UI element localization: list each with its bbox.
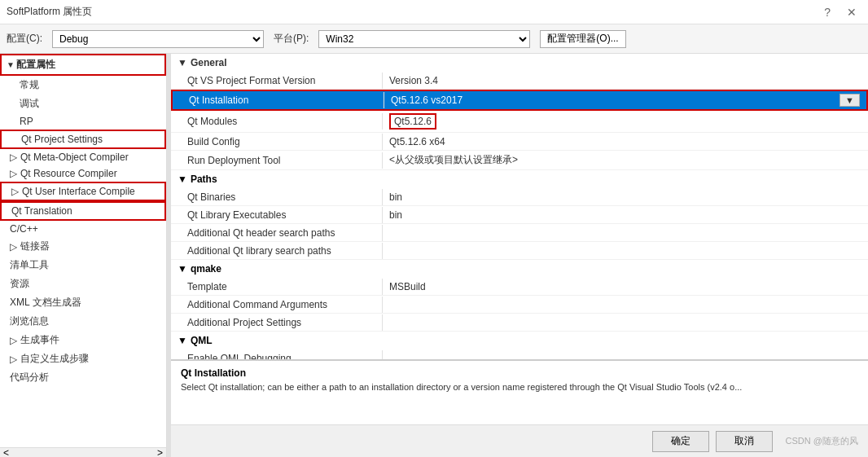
titlebar-title: SoftPlatform 属性页 (7, 5, 92, 19)
sidebar-item-label: Qt Project Settings (21, 134, 103, 145)
footer: 确定 取消 CSDN @随意的风 (171, 424, 868, 457)
prop-value-qt-installation: Qt5.12.6 vs2017 ▼ (384, 91, 866, 109)
description-area: Qt Installation Select Qt installation; … (171, 359, 868, 424)
sidebar-item-general[interactable]: 常规 (0, 76, 166, 94)
sidebar-item-resources[interactable]: 资源 (0, 275, 166, 293)
chevron-right-icon: ▷ (10, 152, 17, 163)
prop-row-qt-binaries: Qt Binaries bin (171, 188, 868, 206)
sidebar-item-qt-project-settings[interactable]: Qt Project Settings (0, 130, 166, 149)
help-button[interactable]: ? (819, 4, 835, 20)
prop-name-qt-lib-exec: Qt Library Executables (171, 207, 383, 223)
prop-row-qt-modules: Qt Modules Qt5.12.6 (171, 111, 868, 133)
sidebar-item-linker[interactable]: ▷ 链接器 (0, 237, 166, 256)
sidebar-item-browse[interactable]: 浏览信息 (0, 312, 166, 331)
prop-name-format-version: Qt VS Project Format Version (171, 73, 383, 89)
sidebar-item-label: 调试 (20, 97, 39, 111)
prop-name-qt-installation: Qt Installation (173, 92, 384, 108)
chevron-down-icon: ▼ (178, 335, 187, 346)
sidebar-item-label: 资源 (10, 277, 29, 291)
prop-name-qt-lib-paths: Additional Qt library search paths (171, 243, 383, 259)
chevron-right-icon: ▷ (11, 186, 19, 197)
properties-area: ▼ General Qt VS Project Format Version V… (171, 54, 868, 359)
section-qml[interactable]: ▼ QML (171, 332, 868, 349)
sidebar-group-label: 配置属性 (16, 58, 55, 72)
prop-row-qt-lib-paths: Additional Qt library search paths (171, 242, 868, 260)
qt-installation-value: Qt5.12.6 vs2017 (391, 94, 462, 106)
prop-name-run-deployment: Run Deployment Tool (171, 152, 383, 169)
prop-value-cmd-args (383, 302, 868, 307)
ok-button[interactable]: 确定 (652, 431, 709, 452)
prop-row-build-config: Build Config Qt5.12.6 x64 (171, 133, 868, 151)
sidebar-group-config-properties[interactable]: ▼ 配置属性 (0, 54, 166, 76)
config-label: 配置(C): (7, 32, 42, 46)
sidebar-item-qt-resource[interactable]: ▷ Qt Resource Compiler (0, 165, 166, 182)
section-paths[interactable]: ▼ Paths (171, 170, 868, 188)
sidebar-item-code-analysis[interactable]: 代码分析 (0, 368, 166, 387)
prop-value-qt-modules[interactable]: Qt5.12.6 (383, 111, 868, 132)
prop-name-qt-header-paths: Additional Qt header search paths (171, 225, 383, 241)
content-area: ▼ General Qt VS Project Format Version V… (171, 54, 868, 457)
sidebar-scrollbar: < > (0, 447, 166, 457)
chevron-right-icon: ▷ (10, 168, 17, 179)
chevron-down-icon: ▼ (178, 263, 187, 275)
scroll-left-btn[interactable]: < (3, 447, 9, 458)
scroll-right-btn[interactable]: > (157, 447, 163, 458)
sidebar-item-cpp[interactable]: C/C++ (0, 221, 166, 237)
section-paths-label: Paths (191, 174, 217, 185)
qt-modules-input[interactable]: Qt5.12.6 (389, 113, 436, 130)
prop-value-qt-header-paths (383, 231, 868, 235)
prop-row-qt-installation[interactable]: Qt Installation Qt5.12.6 vs2017 ▼ (171, 90, 868, 111)
config-select[interactable]: Debug (52, 30, 264, 48)
platform-select[interactable]: Win32 (318, 30, 530, 48)
sidebar-item-debug[interactable]: 调试 (0, 94, 166, 113)
sidebar-item-qt-meta[interactable]: ▷ Qt Meta-Object Compiler (0, 149, 166, 165)
scroll-nav: < > (0, 447, 166, 458)
watermark: CSDN @随意的风 (786, 435, 858, 447)
prop-value-qt-lib-exec: bin (383, 207, 868, 223)
toolbar: 配置(C): Debug 平台(P): Win32 配置管理器(O)... (0, 24, 868, 54)
cancel-button[interactable]: 取消 (716, 431, 773, 452)
sidebar-item-label: 常规 (20, 78, 39, 92)
sidebar-item-label: 清单工具 (10, 258, 49, 272)
sidebar-item-qt-ui-compile[interactable]: ▷ Qt User Interface Compile (0, 182, 166, 201)
prop-value-qt-lib-paths (383, 248, 868, 253)
sidebar-item-label: Qt Translation (11, 205, 72, 217)
sidebar-item-events[interactable]: ▷ 生成事件 (0, 331, 166, 349)
prop-value-qt-binaries: bin (383, 189, 868, 205)
prop-row-cmd-args: Additional Command Arguments (171, 296, 868, 314)
close-button[interactable]: ✕ (842, 4, 861, 20)
prop-value-format-version: Version 3.4 (383, 73, 868, 89)
sidebar-item-label: 生成事件 (20, 333, 59, 347)
section-qml-label: QML (191, 335, 213, 346)
section-general[interactable]: ▼ General (171, 54, 868, 72)
sidebar-item-custom-steps[interactable]: ▷ 自定义生成步骤 (0, 349, 166, 368)
sidebar-item-label: RP (20, 116, 33, 127)
prop-name-qt-modules: Qt Modules (171, 113, 383, 130)
prop-name-template: Template (171, 279, 383, 295)
dropdown-arrow-icon[interactable]: ▼ (840, 94, 860, 107)
prop-value-build-config: Qt5.12.6 x64 (383, 134, 868, 150)
platform-label: 平台(P): (274, 32, 309, 46)
titlebar-controls: ? ✕ (819, 4, 861, 20)
sidebar-item-qt-translation[interactable]: Qt Translation (0, 201, 166, 221)
sidebar: ▼ 配置属性 常规 调试 RP Qt Project Settings ▷ Qt… (0, 54, 167, 457)
prop-row-run-deployment: Run Deployment Tool <从父级或项目默认设置继承> (171, 151, 868, 170)
main-layout: ▼ 配置属性 常规 调试 RP Qt Project Settings ▷ Qt… (0, 54, 868, 457)
chevron-right-icon: ▷ (10, 241, 17, 253)
section-qmake-label: qmake (191, 263, 221, 275)
sidebar-item-rp[interactable]: RP (0, 113, 166, 130)
section-qmake[interactable]: ▼ qmake (171, 260, 868, 278)
prop-name-cmd-args: Additional Command Arguments (171, 297, 383, 313)
description-text: Select Qt installation; can be either a … (181, 382, 858, 392)
section-general-label: General (191, 57, 227, 68)
sidebar-item-xml-gen[interactable]: XML 文档生成器 (0, 293, 166, 312)
sidebar-item-manifest[interactable]: 清单工具 (0, 256, 166, 275)
prop-row-qt-lib-exec: Qt Library Executables bin (171, 206, 868, 224)
config-manager-button[interactable]: 配置管理器(O)... (540, 30, 625, 48)
prop-value-run-deployment: <从父级或项目默认设置继承> (383, 151, 868, 169)
sidebar-item-label: Qt Resource Compiler (20, 168, 117, 179)
chevron-right-icon: ▷ (10, 335, 17, 346)
prop-value-project-settings (383, 320, 868, 325)
sidebar-item-label: 浏览信息 (10, 314, 49, 328)
sidebar-item-label: C/C++ (10, 223, 38, 235)
